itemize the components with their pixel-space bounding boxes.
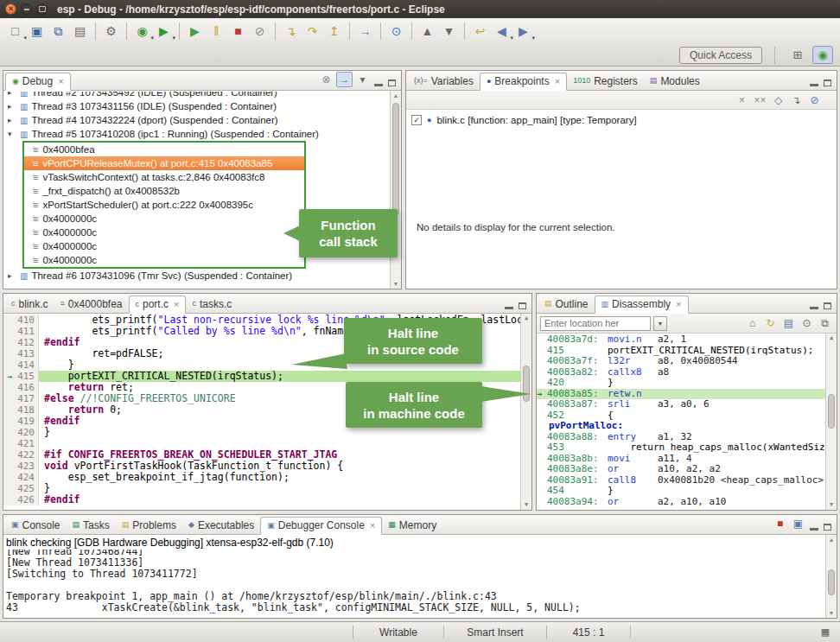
editor-tab-blink-c[interactable]: cblink.c: [5, 296, 54, 313]
debug-thread-row[interactable]: ▸▥Thread #6 1073431096 (Tmr Svc) (Suspen…: [3, 269, 390, 283]
disasm-row[interactable]: 40083a7f:l32ra8, 0x40080544: [537, 356, 825, 367]
disasm-row[interactable]: 420}: [537, 378, 825, 389]
instruction-pointer-icon[interactable]: →: [3, 371, 16, 382]
gutter-marker[interactable]: [3, 326, 16, 337]
maximize-view-button[interactable]: [519, 302, 526, 309]
previous-annotation-icon[interactable]: ▲: [417, 21, 438, 41]
maximize-view-button[interactable]: [388, 79, 396, 86]
gutter-marker[interactable]: [3, 494, 16, 505]
stack-frame-row[interactable]: ≡_frxt_dispatch() at 0x4008532b: [24, 184, 304, 198]
vars-tab-variables[interactable]: (x)=Variables: [408, 73, 480, 90]
gutter-marker[interactable]: [3, 404, 16, 416]
console-body[interactable]: blink checking [GDB Hardware Debugging] …: [3, 535, 837, 618]
window-maximize-button[interactable]: [36, 3, 48, 15]
scroll-down-icon[interactable]: ▼: [826, 500, 837, 510]
disasm-row[interactable]: 40083a94:ora2, a10, a10: [537, 497, 825, 508]
stack-frame-row[interactable]: ≡0x4000000c: [24, 253, 304, 267]
gutter-marker[interactable]: [3, 359, 16, 371]
gutter-marker[interactable]: [3, 483, 16, 494]
track-expression-icon[interactable]: ⊙: [799, 315, 815, 331]
debug-perspective-icon[interactable]: ◉: [812, 46, 833, 64]
gutter-marker[interactable]: [3, 461, 16, 472]
scrollbar-thumb[interactable]: [392, 103, 399, 215]
console-line[interactable]: 43 xTaskCreate(&blink_task, "blink_task"…: [6, 602, 825, 613]
dropdown-arrow-icon[interactable]: ▾: [531, 35, 535, 41]
stack-frame-row[interactable]: ≡0x4000000c: [24, 239, 304, 253]
chevron-right-icon[interactable]: ▸: [8, 102, 16, 111]
debug-thread-row[interactable]: ▸▥Thread #2 1073435492 (IDLE) (Suspended…: [3, 92, 390, 99]
chevron-right-icon[interactable]: ▸: [8, 116, 16, 124]
terminate-icon[interactable]: ■: [227, 21, 249, 41]
terminate-console-icon[interactable]: ■: [772, 516, 788, 531]
editor-tab-port-c[interactable]: cport.c×: [129, 296, 187, 314]
code-line[interactable]: 420}: [3, 427, 520, 438]
chevron-down-icon[interactable]: ▾: [8, 130, 16, 138]
print-icon[interactable]: ▤: [69, 21, 91, 41]
disasm-row[interactable]: 40083a91:call80x40081b20 <heap_caps_mall…: [537, 475, 825, 486]
next-annotation-icon[interactable]: ▼: [438, 21, 460, 41]
resume-icon[interactable]: ▶: [184, 21, 206, 41]
step-return-icon[interactable]: ↥: [323, 21, 345, 41]
disasm-row[interactable]: pvPortMalloc:: [537, 421, 825, 432]
remove-all-terminated-icon[interactable]: ⊗: [318, 72, 334, 87]
close-tab-icon[interactable]: ×: [58, 77, 63, 86]
close-tab-icon[interactable]: ×: [370, 521, 375, 531]
location-dropdown-icon[interactable]: ▼: [653, 316, 667, 331]
location-input[interactable]: [540, 316, 651, 331]
chevron-right-icon[interactable]: ▸: [8, 271, 16, 280]
code-line[interactable]: 424 esp_set_breakpoint_if_jtag(function)…: [3, 472, 520, 483]
quick-access-button[interactable]: Quick Access: [679, 47, 762, 64]
scroll-down-icon[interactable]: ▼: [521, 500, 531, 510]
console-tab-memory[interactable]: ▦Memory: [382, 517, 442, 534]
minimize-view-button[interactable]: [810, 84, 818, 86]
gutter-marker[interactable]: [3, 427, 16, 438]
right-tab-disassembly[interactable]: ▥Disassembly×: [595, 296, 689, 314]
gutter-marker[interactable]: [3, 416, 16, 427]
minimize-view-button[interactable]: [810, 307, 818, 309]
stack-frame-row[interactable]: ≡0x4000000c: [24, 212, 304, 226]
remove-all-breakpoints-icon[interactable]: ××: [752, 92, 768, 108]
close-tab-icon[interactable]: ×: [555, 77, 560, 86]
build-icon[interactable]: ⚙: [100, 21, 122, 41]
vars-tab-registers[interactable]: 1010Registers: [567, 73, 644, 90]
refresh-icon[interactable]: ↻: [762, 315, 779, 331]
gutter-marker[interactable]: [3, 438, 16, 449]
vars-tab-breakpoints[interactable]: ●Breakpoints×: [480, 73, 567, 91]
disassembly-body[interactable]: 40083a7d:movi.na2, 1415portEXIT_CRITICAL…: [537, 334, 837, 510]
remove-selected-breakpoint-icon[interactable]: ×: [734, 92, 750, 108]
gutter-marker[interactable]: [3, 382, 16, 393]
home-icon[interactable]: ⌂: [744, 315, 760, 331]
console-tab-console[interactable]: ▣Console: [5, 517, 67, 534]
code-line[interactable]: 426#endif: [3, 494, 520, 505]
debug-scrollbar[interactable]: ▲ ▼: [390, 91, 401, 289]
view-menu-icon[interactable]: ▾: [354, 72, 371, 87]
maximize-view-button[interactable]: [824, 79, 831, 86]
window-close-button[interactable]: [5, 3, 16, 15]
console-tab-problems[interactable]: ▤Problems: [116, 517, 182, 534]
gutter-marker[interactable]: [3, 393, 16, 404]
instruction-stepping-icon[interactable]: →: [354, 21, 376, 41]
minimize-view-button[interactable]: [505, 307, 513, 309]
debug-thread-row[interactable]: ▾▥Thread #5 1073410208 (ipc1 : Running) …: [3, 127, 390, 141]
gutter-marker[interactable]: [3, 348, 16, 359]
gutter-marker[interactable]: [3, 315, 16, 326]
scroll-down-icon[interactable]: ▼: [826, 608, 837, 618]
breakpoint-row[interactable]: ✓●blink.c [function: app_main] [type: Te…: [406, 112, 837, 128]
breakpoint-checkbox[interactable]: ✓: [411, 115, 422, 125]
stack-frame-row[interactable]: ≡vPortCPUReleaseMutex() at port.c:415 0x…: [24, 156, 304, 170]
run-icon[interactable]: ▶▾: [153, 21, 175, 41]
disasm-row[interactable]: 454}: [537, 486, 825, 497]
step-over-icon[interactable]: ↷: [302, 21, 323, 41]
scroll-down-icon[interactable]: ▼: [391, 279, 401, 289]
chevron-right-icon[interactable]: ▸: [8, 92, 16, 97]
stack-frame-row[interactable]: ≡0x4000000c: [24, 226, 304, 239]
forward-icon[interactable]: ▶▾: [512, 21, 534, 41]
console-tab-debugger-console[interactable]: ▣Debugger Console×: [260, 517, 382, 535]
progress-indicator-icon[interactable]: ▦: [818, 626, 833, 638]
sync-selection-icon[interactable]: ⧉: [817, 315, 833, 331]
right-tab-outline[interactable]: ▤Outline: [538, 296, 595, 313]
debug-icon[interactable]: ◉▾: [131, 21, 153, 41]
debug-tab-debug[interactable]: ◉Debug×: [5, 73, 71, 91]
editor-scrollbar[interactable]: ▲ ▼: [520, 314, 531, 510]
new-icon[interactable]: □▾: [4, 21, 26, 41]
